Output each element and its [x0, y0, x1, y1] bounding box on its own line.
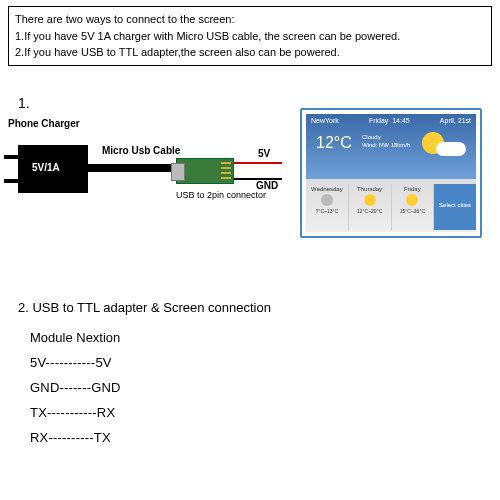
section-1-number: 1.	[18, 95, 30, 111]
screen-day: Friday	[369, 117, 388, 124]
cloud-icon	[321, 194, 333, 206]
screen-conditions: Cloudy Wind: NW 18km/h	[362, 134, 410, 150]
forecast-day: Friday 15°C~26°C	[392, 184, 435, 230]
plug-prong-icon	[4, 155, 18, 159]
pinout-header: Module Nextion	[30, 330, 121, 345]
micro-usb-plug-icon	[171, 163, 185, 181]
pinout-row-tx: TX-----------RX	[30, 405, 121, 420]
sun-icon	[364, 194, 376, 206]
instruction-line-2: 2.If you have USB to TTL adapter,the scr…	[15, 44, 485, 61]
instruction-line-1: 1.If you have 5V 1A charger with Micro U…	[15, 28, 485, 45]
charger-label: Phone Charger	[8, 118, 80, 129]
intro-line: There are two ways to connect to the scr…	[15, 11, 485, 28]
screen-statusbar: NewYork Friday 14:45 April, 21st	[306, 114, 476, 127]
forecast-select-cities: Select cities	[434, 184, 476, 230]
wire-5v-label: 5V	[258, 148, 270, 159]
charger-rating: 5V/1A	[32, 162, 60, 173]
wire-5v-icon	[234, 162, 282, 164]
pinout-row-5v: 5V-----------5V	[30, 355, 121, 370]
wire-gnd-label: GND	[256, 180, 278, 191]
connector-label: USB to 2pin connector	[176, 190, 266, 200]
screen-time: 14:45	[392, 117, 410, 124]
micro-usb-label: Micro Usb Cable	[102, 145, 180, 156]
usb-cable-icon	[88, 164, 176, 172]
forecast-day: Thursday 12°C~20°C	[349, 184, 392, 230]
pin-header-icon	[221, 162, 231, 182]
nextion-screen-mock: NewYork Friday 14:45 April, 21st 12°C Cl…	[300, 108, 482, 238]
cloud-icon	[436, 142, 466, 156]
instruction-box: There are two ways to connect to the scr…	[8, 6, 492, 66]
forecast-day: Wednesday 7°C~13°C	[306, 184, 349, 230]
pinout-row-gnd: GND-------GND	[30, 380, 121, 395]
plug-prong-icon	[4, 179, 18, 183]
screen-city: NewYork	[311, 117, 339, 124]
screen-temperature: 12°C	[316, 134, 352, 152]
sun-icon	[406, 194, 418, 206]
section-2-title: 2. USB to TTL adapter & Screen connectio…	[18, 300, 271, 315]
pinout-row-rx: RX----------TX	[30, 430, 121, 445]
screen-date: April, 21st	[440, 117, 471, 124]
usb-2pin-board-icon	[176, 158, 234, 184]
pinout-table: Module Nextion 5V-----------5V GND------…	[30, 330, 121, 455]
